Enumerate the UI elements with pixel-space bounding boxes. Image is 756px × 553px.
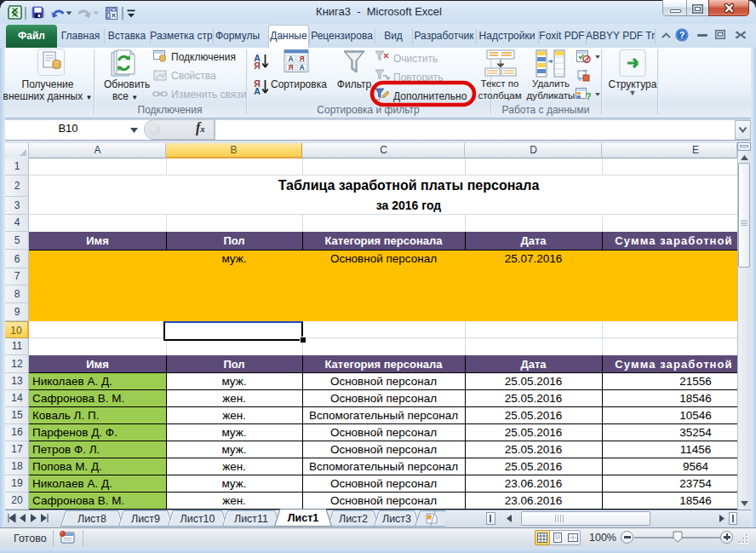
- svg-text:Лист1: Лист1: [288, 512, 319, 524]
- svg-text:А: А: [288, 55, 293, 63]
- svg-text:?: ?: [679, 30, 685, 40]
- svg-text:Лист2: Лист2: [339, 513, 368, 525]
- svg-text:?: ?: [586, 91, 591, 101]
- svg-text:А: А: [254, 86, 261, 96]
- svg-text:Я: Я: [254, 60, 261, 71]
- svg-text:Лист8: Лист8: [77, 513, 106, 525]
- svg-text:Лист9: Лист9: [131, 513, 160, 525]
- svg-text:Я: Я: [288, 63, 293, 72]
- svg-text:Лист11: Лист11: [234, 513, 268, 525]
- svg-text:Лист10: Лист10: [180, 513, 215, 525]
- svg-text:А: А: [299, 63, 304, 72]
- svg-text:Лист3: Лист3: [382, 513, 411, 525]
- svg-text:Я: Я: [299, 55, 304, 63]
